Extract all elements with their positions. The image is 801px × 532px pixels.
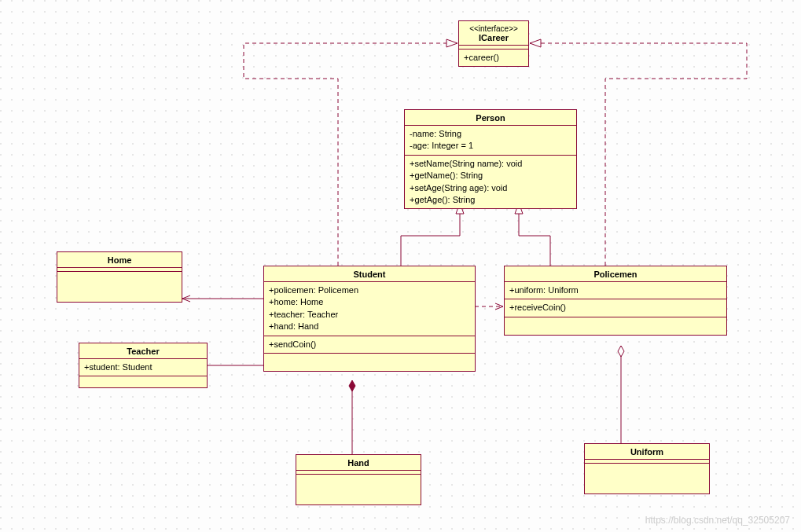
attr-item: -age: Integer = 1 [410,140,571,152]
class-person[interactable]: Person -name: String -age: Integer = 1 +… [404,109,577,209]
methods-section: +sendCoin() [264,336,475,354]
class-uniform[interactable]: Uniform [584,443,710,494]
attr-item: +student: Student [84,361,202,373]
class-name: Teacher [127,347,159,356]
attrs-section: +policemen: Policemen +home: Home +teach… [264,282,475,336]
class-name: Student [354,270,386,279]
class-hand[interactable]: Hand [296,454,421,505]
class-name: Policemen [593,270,637,279]
class-teacher[interactable]: Teacher +student: Student [79,343,208,388]
attr-item: +uniform: Uniform [509,284,722,296]
attr-item: -name: String [410,128,571,140]
method-item: +setName(String name): void [410,158,571,170]
attr-item: +home: Home [269,296,470,308]
rel-student-person [401,203,460,266]
class-student[interactable]: Student +policemen: Policemen +home: Hom… [263,266,476,372]
methods-section: +setName(String name): void +getName(): … [405,156,576,209]
class-name: Hand [347,458,369,468]
method-item: +receiveCoin() [509,302,722,314]
class-name: Person [476,113,505,123]
attr-item: +policemen: Policemen [269,284,470,296]
class-policemen[interactable]: Policemen +uniform: Uniform +receiveCoin… [504,266,727,336]
rel-policemen-person [519,203,550,266]
attrs-section: +uniform: Uniform [505,282,726,299]
method-item: +sendCoin() [269,339,470,350]
class-title: <<interface>> ICareer [459,21,528,46]
class-home[interactable]: Home [57,251,182,303]
attr-item: +hand: Hand [269,321,470,332]
attr-item: +teacher: Teacher [269,309,470,321]
class-name: ICareer [479,33,509,42]
methods-section: +receiveCoin() [505,299,726,317]
class-name: Home [108,255,132,265]
class-name: Uniform [630,447,663,457]
method-item: +getAge(): String [410,194,571,206]
stereotype-label: <<interface>> [464,24,524,33]
method-item: +setAge(String age): void [410,182,571,194]
attrs-section: -name: String -age: Integer = 1 [405,126,576,156]
class-icareer[interactable]: <<interface>> ICareer +career() [458,20,529,67]
watermark-text: https://blog.csdn.net/qq_32505207 [645,515,790,526]
method-item: +getName(): String [410,170,571,182]
method-item: +career() [464,52,524,64]
methods-section: +career() [459,50,528,66]
attrs-section: +student: Student [79,359,207,376]
